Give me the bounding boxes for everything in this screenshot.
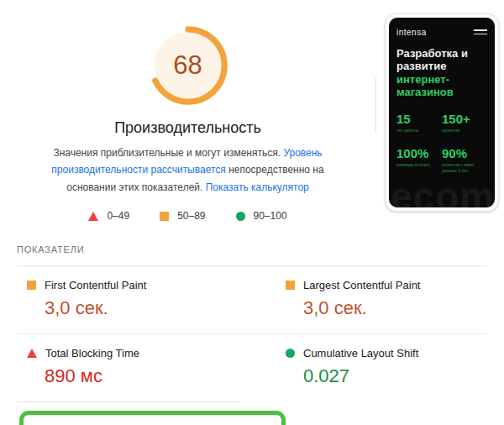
metric-value: 890 мс	[45, 365, 286, 387]
legend-average-label: 50–89	[177, 210, 205, 222]
legend-pass-label: 90–100	[254, 210, 287, 222]
phone-header: intensa	[396, 27, 487, 37]
metric-lcp: Largest Contentful Paint 3,0 сек.	[286, 279, 487, 319]
annotation-highlight-box: Speed Index 3,3 сек.	[19, 411, 286, 425]
metric-label: Largest Contentful Paint	[303, 279, 420, 291]
performance-gauge: 68	[148, 25, 228, 106]
metric-value: 3,0 сек.	[303, 297, 487, 319]
stat-value: 150+	[442, 113, 487, 125]
stat-projects: 150+ проектов	[442, 113, 487, 134]
stat-team: 100% команды в штате	[396, 147, 435, 175]
stat-clients: 90% клиентов с нами дольше 3 лет	[442, 147, 487, 175]
metric-fcp: First Contentful Paint 3,0 сек.	[27, 279, 286, 319]
gauge-score: 68	[148, 25, 228, 106]
average-square-icon	[286, 281, 295, 290]
legend-fail: 0–49	[88, 210, 129, 222]
phone-heading: Разработка и развитие интернет-магазинов	[396, 47, 480, 98]
hamburger-menu-icon	[474, 27, 487, 37]
stat-value: 90%	[442, 147, 487, 160]
description-text-1: Значения приблизительные и могут изменят…	[53, 147, 283, 159]
pass-circle-icon	[286, 349, 295, 358]
score-legend: 0–49 50–89 90–100	[0, 210, 375, 222]
metrics-section-header: ПОКАЗАТЕЛИ	[17, 244, 487, 254]
metrics-row-3: Speed Index 3,3 сек.	[17, 402, 487, 425]
fail-triangle-icon	[88, 212, 98, 221]
metrics-row-1: First Contentful Paint 3,0 сек. Largest …	[17, 266, 487, 333]
metric-value: 3,0 сек.	[45, 297, 286, 319]
page-title: Производительность	[0, 119, 375, 137]
phone-heading-white: Разработка и развитие	[396, 47, 468, 72]
metric-label: First Contentful Paint	[45, 279, 146, 291]
screenshot-thumbnail[interactable]: intensa Разработка и развитие интернет-м…	[385, 13, 499, 212]
vertical-divider	[375, 78, 376, 132]
stat-value: 15	[396, 113, 435, 125]
show-calculator-link[interactable]: Показать калькулятор	[206, 181, 309, 193]
phone-stats: 15 лет работы 150+ проектов 100% команды…	[396, 113, 487, 175]
stat-value: 100%	[396, 147, 435, 160]
average-square-icon	[27, 281, 36, 290]
stat-label: команды в штате	[396, 162, 435, 169]
pass-circle-icon	[236, 212, 245, 221]
legend-pass: 90–100	[236, 210, 287, 222]
legend-average: 50–89	[160, 210, 205, 222]
metric-label: Total Blocking Time	[45, 347, 139, 359]
stat-label: лет работы	[396, 128, 435, 134]
metrics-row-2: Total Blocking Time 890 мс Cumulative La…	[17, 334, 487, 401]
performance-report: 68 Производительность Значения приблизит…	[0, 0, 504, 222]
stat-label: клиентов с нами дольше 3 лет	[442, 162, 487, 175]
stat-label: проектов	[442, 128, 487, 134]
stat-years: 15 лет работы	[396, 113, 435, 134]
legend-fail-label: 0–49	[107, 210, 129, 222]
metric-value: 0.027	[303, 365, 487, 387]
phone-heading-green: интернет-магазинов	[396, 73, 454, 98]
metrics-section: ПОКАЗАТЕЛИ First Contentful Paint 3,0 се…	[0, 244, 504, 425]
ecom-watermark: ecom	[391, 174, 495, 207]
phone-screen: intensa Разработка и развитие интернет-м…	[389, 18, 495, 207]
metric-cls: Cumulative Layout Shift 0.027	[286, 347, 487, 387]
fail-triangle-icon	[27, 349, 37, 358]
metric-tbt: Total Blocking Time 890 мс	[27, 347, 286, 387]
performance-description: Значения приблизительные и могут изменят…	[27, 144, 349, 196]
intensa-logo: intensa	[396, 28, 427, 37]
average-square-icon	[160, 212, 169, 221]
metric-label: Cumulative Layout Shift	[303, 347, 418, 359]
score-panel: 68 Производительность Значения приблизит…	[0, 13, 375, 222]
